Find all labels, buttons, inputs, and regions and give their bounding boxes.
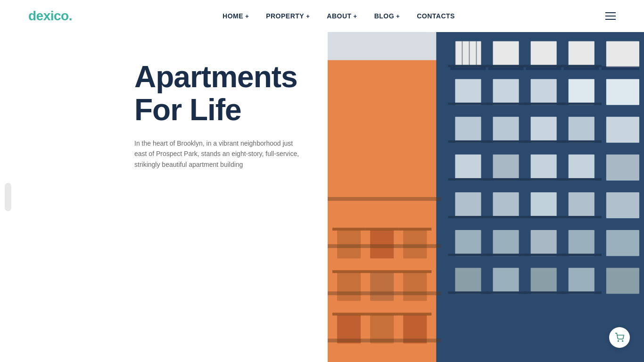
svg-point-98 [622,341,623,342]
svg-rect-88 [561,254,602,256]
svg-rect-92 [561,291,602,294]
nav-item-contacts[interactable]: CONTACTS [417,12,455,20]
svg-rect-49 [448,178,488,181]
svg-rect-4 [493,41,519,67]
svg-rect-74 [398,313,431,315]
nav-item-about[interactable]: ABOUT + [327,12,357,20]
building-image [328,32,644,362]
logo-dot: . [69,8,72,23]
main-content: Apartments For Life In the heart of Broo… [0,32,644,362]
svg-rect-47 [524,140,564,143]
svg-rect-5 [531,41,557,67]
hero-title: Apartments For Life [134,60,299,127]
svg-rect-80 [455,268,481,294]
svg-rect-42 [486,103,526,105]
nav-plus-blog: + [396,13,400,20]
svg-rect-72 [332,313,365,315]
logo-text: dexico [28,8,69,23]
svg-rect-83 [569,268,594,294]
cart-button[interactable] [609,327,630,348]
svg-rect-17 [606,117,639,143]
nav-item-property[interactable]: PROPERTY + [266,12,310,20]
svg-rect-73 [365,313,398,315]
logo[interactable]: dexico. [28,8,72,24]
nav-item-home[interactable]: HOME + [223,12,249,20]
svg-rect-54 [486,216,526,218]
svg-rect-24 [493,192,519,218]
svg-rect-76 [493,230,519,256]
svg-rect-67 [365,228,398,230]
main-nav: HOME + PROPERTY + ABOUT + BLOG + CONTACT… [223,12,455,20]
svg-rect-22 [606,155,639,181]
svg-rect-52 [561,178,602,181]
svg-rect-26 [569,192,594,218]
svg-rect-38 [486,65,526,67]
svg-rect-10 [531,79,557,105]
scroll-indicator [5,183,11,211]
svg-rect-55 [524,216,564,218]
svg-rect-62 [403,272,427,301]
svg-rect-14 [493,117,519,143]
svg-rect-51 [524,178,564,181]
svg-rect-3 [455,41,481,67]
svg-rect-87 [524,254,564,256]
svg-rect-78 [569,230,594,256]
svg-rect-15 [531,117,557,143]
svg-rect-46 [486,140,526,143]
svg-rect-69 [332,270,365,273]
nav-item-blog[interactable]: BLOG + [374,12,400,20]
svg-rect-7 [606,41,639,67]
svg-rect-81 [493,268,519,294]
svg-rect-79 [606,230,639,256]
svg-rect-85 [448,254,488,256]
svg-rect-75 [455,230,481,256]
svg-rect-71 [398,270,431,273]
hamburger-menu-icon[interactable] [605,12,616,20]
svg-rect-86 [486,254,526,256]
svg-rect-6 [569,41,594,67]
svg-rect-27 [606,192,639,218]
svg-rect-12 [606,79,639,105]
svg-point-97 [618,341,619,342]
svg-rect-18 [455,155,481,181]
svg-rect-41 [448,103,488,105]
left-panel: Apartments For Life In the heart of Broo… [0,32,328,362]
svg-rect-94 [328,244,441,248]
svg-rect-77 [531,230,557,256]
svg-rect-68 [398,228,431,230]
svg-rect-11 [569,79,594,105]
svg-rect-44 [561,103,602,105]
svg-rect-20 [531,155,557,181]
cart-icon [615,333,624,342]
svg-rect-84 [606,268,639,294]
svg-rect-21 [569,155,594,181]
right-panel [328,32,644,362]
svg-rect-95 [328,291,441,295]
svg-rect-61 [370,272,394,301]
svg-rect-16 [569,117,594,143]
svg-rect-70 [365,270,398,273]
svg-rect-32 [602,66,639,70]
svg-rect-53 [448,216,488,218]
svg-rect-48 [561,140,602,143]
svg-rect-96 [328,338,441,342]
svg-rect-37 [448,65,488,67]
nav-plus-property: + [306,13,310,20]
svg-rect-40 [561,65,602,67]
svg-rect-45 [448,140,488,143]
svg-rect-8 [455,79,481,105]
svg-rect-19 [493,155,519,181]
svg-rect-13 [455,117,481,143]
svg-rect-93 [328,197,441,201]
svg-rect-90 [486,291,526,294]
svg-rect-89 [448,291,488,294]
svg-rect-23 [455,192,481,218]
svg-rect-60 [337,272,361,301]
svg-rect-39 [524,65,564,67]
svg-rect-25 [531,192,557,218]
svg-rect-9 [493,79,519,105]
nav-plus-home: + [245,13,249,20]
svg-rect-50 [486,178,526,181]
svg-rect-82 [531,268,557,294]
header: dexico. HOME + PROPERTY + ABOUT + BLOG +… [0,0,644,32]
